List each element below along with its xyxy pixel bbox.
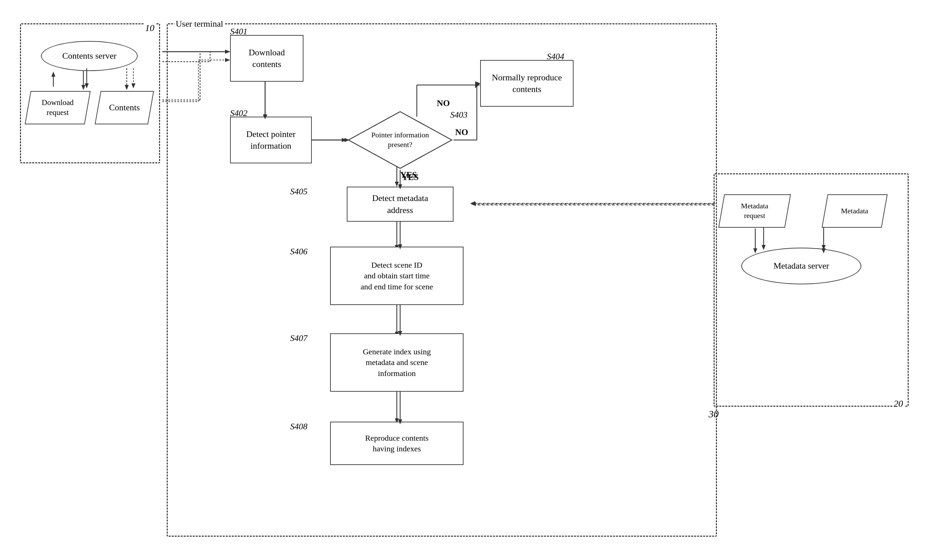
s403-diamond: Pointer informationpresent? bbox=[347, 110, 454, 170]
system-30-label: 30 bbox=[708, 408, 719, 420]
s401-text: Downloadcontents bbox=[248, 45, 286, 71]
s401-label: S401 bbox=[230, 27, 248, 37]
s406-text: Detect scene IDand obtain start timeand … bbox=[359, 258, 434, 293]
contents-parallelogram: Contents bbox=[95, 91, 154, 124]
contents-server-text: Contents server bbox=[62, 51, 116, 61]
system-10-box: 10 Contents server Downloadrequest Conte… bbox=[20, 23, 160, 163]
system-20-label: 20 bbox=[892, 398, 904, 409]
s403-label: S403 bbox=[450, 110, 468, 120]
no-label: NO bbox=[437, 98, 450, 108]
download-request-text: Downloadrequest bbox=[42, 98, 74, 118]
contents-text: Contents bbox=[109, 102, 140, 113]
metadata-request-text: Metadatarequest bbox=[741, 202, 768, 220]
s408-label: S408 bbox=[290, 422, 308, 432]
s406-box: Detect scene IDand obtain start timeand … bbox=[330, 247, 463, 305]
s405-box: Detect metadataaddress bbox=[347, 187, 454, 222]
system-30-box: 20 Metadatarequest Metadata Metadata ser… bbox=[714, 173, 908, 407]
s404-text: Normally reproducecontents bbox=[491, 70, 563, 96]
s402-label: S402 bbox=[230, 108, 248, 118]
yes-label: YES bbox=[400, 170, 417, 180]
s404-box: Normally reproducecontents bbox=[480, 60, 574, 107]
s405-text: Detect metadataaddress bbox=[371, 191, 430, 217]
diagram-container: 10 Contents server Downloadrequest Conte… bbox=[13, 13, 917, 547]
metadata-server-text: Metadata server bbox=[774, 261, 829, 271]
s408-text: Reproduce contentshaving indexes bbox=[364, 431, 430, 456]
metadata-request-parallelogram: Metadatarequest bbox=[718, 194, 791, 228]
s402-text: Detect pointerinformation bbox=[245, 127, 297, 153]
s407-box: Generate index usingmetadata and scenein… bbox=[330, 333, 463, 392]
s405-label: S405 bbox=[290, 187, 308, 197]
contents-server-oval: Contents server bbox=[41, 41, 138, 71]
user-terminal-label: User terminal bbox=[174, 19, 225, 29]
s404-label: S404 bbox=[547, 52, 564, 62]
metadata-text: Metadata bbox=[841, 206, 868, 216]
metadata-parallelogram: Metadata bbox=[822, 194, 888, 228]
s408-box: Reproduce contentshaving indexes bbox=[330, 422, 463, 465]
s402-box: Detect pointerinformation bbox=[230, 117, 312, 163]
s401-box: Downloadcontents bbox=[230, 35, 303, 82]
s407-label: S407 bbox=[290, 333, 308, 343]
s407-text: Generate index usingmetadata and scenein… bbox=[362, 345, 432, 380]
metadata-server-oval: Metadata server bbox=[741, 248, 861, 284]
download-request-parallelogram: Downloadrequest bbox=[25, 91, 91, 124]
s403-text: Pointer informationpresent? bbox=[347, 110, 454, 170]
system-10-label: 10 bbox=[144, 23, 156, 33]
s406-label: S406 bbox=[290, 247, 308, 257]
